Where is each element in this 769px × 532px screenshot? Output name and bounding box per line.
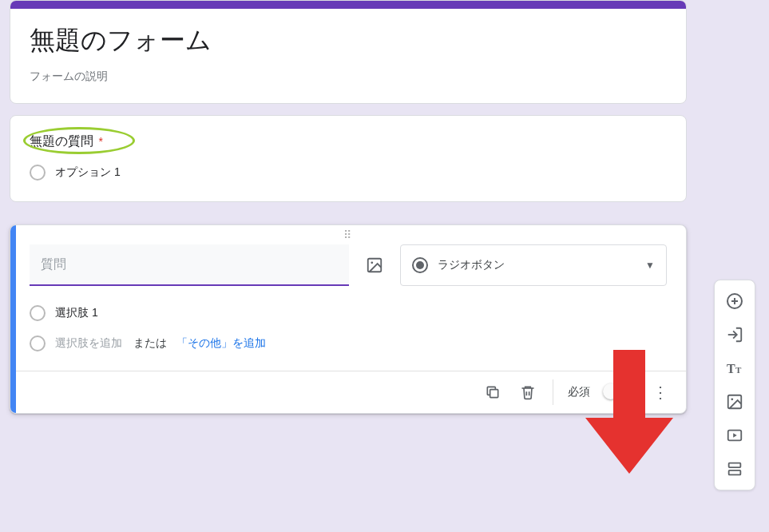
delete-button[interactable]	[517, 382, 538, 403]
question-type-label: ラジオボタン	[438, 258, 636, 272]
duplicate-button[interactable]	[482, 382, 503, 403]
chevron-down-icon: ▼	[645, 260, 655, 271]
required-toggle[interactable]	[604, 386, 635, 399]
question-title: 無題の質問	[30, 134, 93, 148]
add-image-button[interactable]	[363, 254, 386, 276]
plus-circle-icon	[725, 292, 744, 311]
add-choice-button[interactable]: 選択肢を追加	[55, 336, 122, 351]
choice-label[interactable]: 選択肢 1	[55, 306, 98, 320]
form-title[interactable]: 無題のフォーム	[30, 23, 667, 58]
add-question-button[interactable]	[719, 285, 751, 317]
image-icon	[366, 256, 383, 274]
svg-rect-10	[729, 470, 741, 475]
import-icon	[726, 326, 743, 343]
question-card-editing: ⠿ ラジオボタン ▼ 選択肢 1	[10, 224, 687, 414]
option-label: オプション 1	[55, 165, 121, 180]
add-choice-row: 選択肢を追加 または 「その他」を追加	[30, 335, 667, 351]
svg-rect-9	[729, 463, 741, 468]
required-asterisk: *	[98, 135, 102, 148]
radio-icon	[412, 257, 428, 273]
add-image-button[interactable]	[719, 386, 751, 418]
import-questions-button[interactable]	[719, 319, 751, 351]
more-options-button[interactable]: ⋮	[649, 384, 672, 400]
question-card-preview[interactable]: 無題の質問 * オプション 1	[10, 115, 687, 202]
add-section-button[interactable]	[719, 453, 751, 485]
add-video-button[interactable]	[719, 419, 751, 451]
form-description[interactable]: フォームの説明	[30, 69, 667, 84]
choice-row[interactable]: 選択肢 1	[30, 305, 667, 321]
svg-point-7	[731, 398, 733, 400]
option-row: オプション 1	[30, 165, 667, 181]
radio-icon	[30, 165, 46, 181]
drag-handle-icon[interactable]: ⠿	[10, 225, 686, 241]
copy-icon	[485, 384, 501, 400]
radio-icon	[30, 335, 46, 351]
trash-icon	[520, 383, 536, 401]
question-title-input[interactable]	[30, 244, 349, 286]
svg-text:T: T	[735, 365, 742, 375]
svg-text:T: T	[727, 362, 735, 375]
question-footer: 必須 ⋮	[10, 371, 686, 413]
required-label: 必須	[568, 385, 590, 399]
add-title-button[interactable]: T T	[719, 352, 751, 384]
form-header-card: 無題のフォーム フォームの説明	[10, 0, 687, 104]
svg-rect-2	[490, 390, 498, 398]
title-icon: T T	[725, 359, 744, 378]
floating-toolbar: T T	[714, 280, 755, 490]
section-icon	[726, 460, 743, 478]
divider	[553, 379, 553, 405]
or-text: または	[133, 336, 167, 351]
question-type-select[interactable]: ラジオボタン ▼	[400, 244, 667, 286]
radio-icon	[30, 305, 46, 321]
svg-point-1	[371, 261, 373, 264]
video-icon	[726, 427, 743, 444]
add-other-button[interactable]: 「その他」を追加	[176, 336, 266, 351]
image-icon	[726, 393, 743, 411]
